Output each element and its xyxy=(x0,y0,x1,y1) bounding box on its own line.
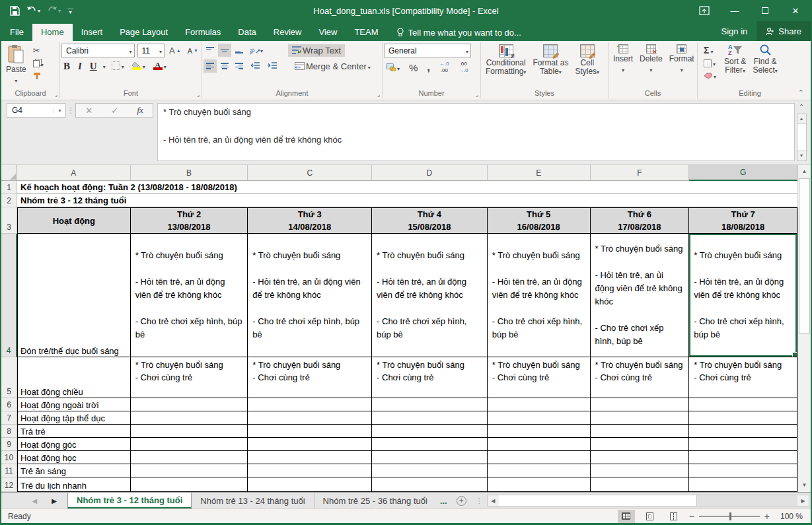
cell-g6[interactable] xyxy=(689,398,797,411)
cell-f7[interactable] xyxy=(591,411,690,425)
normal-view-button[interactable] xyxy=(618,510,635,523)
tab-view[interactable]: View xyxy=(310,24,346,41)
cell-a8[interactable]: Trả trẻ xyxy=(17,425,131,438)
cell-d11[interactable] xyxy=(372,464,488,477)
cell-d10[interactable] xyxy=(372,451,488,464)
underline-dropdown-icon[interactable] xyxy=(103,61,106,71)
cell-c10[interactable] xyxy=(248,451,372,464)
tab-team[interactable]: TEAM xyxy=(346,24,387,41)
wrap-text-button[interactable]: Wrap Text xyxy=(288,44,345,57)
autosum-button[interactable]: Σ xyxy=(702,44,718,56)
cell-d5[interactable]: * Trò chuyện buổi sáng - Chơi cùng trẻ xyxy=(372,357,488,398)
column-header-a[interactable]: A xyxy=(17,165,131,181)
sheet-nav-right-icon[interactable]: ▶ xyxy=(52,497,57,505)
sign-in-link[interactable]: Sign in xyxy=(712,26,757,36)
cell-c4[interactable]: * Trò chuyện buổi sáng - Hỏi tên trẻ, an… xyxy=(248,234,372,357)
underline-button[interactable]: U xyxy=(88,61,99,71)
row-header-3[interactable]: 3 xyxy=(1,207,17,234)
cell-f3[interactable]: Thứ 617/08/2018 xyxy=(591,207,690,234)
paste-dropdown-icon[interactable] xyxy=(15,75,17,85)
borders-button[interactable] xyxy=(110,60,126,71)
tab-file[interactable]: File xyxy=(1,24,32,41)
merge-center-button[interactable]: Merge & Center xyxy=(292,60,373,73)
column-header-g-selected[interactable]: G xyxy=(689,165,797,181)
share-button[interactable]: Share xyxy=(757,21,811,41)
cell-a1-title[interactable]: Kế hoạch hoạt động: Tuần 2 (13/08/2018 -… xyxy=(17,181,797,194)
clear-button[interactable] xyxy=(702,70,718,81)
formula-bar-scrollbar[interactable]: ▲ ▼ xyxy=(797,114,807,161)
cell-c5[interactable]: * Trò chuyện buổi sáng - Chơi cùng trẻ xyxy=(248,357,372,398)
cell-e6[interactable] xyxy=(488,398,591,411)
cell-b12[interactable] xyxy=(131,477,248,492)
cell-e10[interactable] xyxy=(488,451,591,464)
cell-a12[interactable]: Trẻ du lịch nhanh xyxy=(17,477,131,492)
cell-e11[interactable] xyxy=(488,464,591,477)
font-dialog-launcher-icon[interactable]: ⌟ xyxy=(197,90,200,100)
decrease-font-size-button[interactable]: A▼ xyxy=(186,46,200,55)
sheet-tab-2[interactable]: Nhóm trẻ 13 - 24 tháng tuổi xyxy=(192,493,314,508)
formula-input[interactable]: * Trò chuyện buổi sáng - Hỏi tên trẻ, an… xyxy=(157,103,795,161)
new-sheet-button[interactable]: + xyxy=(451,493,472,508)
maximize-button[interactable] xyxy=(750,0,780,21)
number-dialog-launcher-icon[interactable]: ⌟ xyxy=(476,90,478,100)
column-header-c[interactable]: C xyxy=(248,165,372,181)
delete-cells-button[interactable]: ✕ Delete xyxy=(636,42,666,88)
cell-b8[interactable] xyxy=(131,425,248,438)
align-right-button[interactable] xyxy=(233,59,246,73)
cell-e4[interactable]: * Trò chuyện buổi sáng - Hỏi tên trẻ, an… xyxy=(488,234,591,357)
clipboard-dialog-launcher-icon[interactable]: ⌟ xyxy=(55,90,57,100)
column-header-b[interactable]: B xyxy=(131,165,248,181)
sort-filter-button[interactable]: AZ Sort &Filter xyxy=(721,42,749,88)
zoom-in-button[interactable]: + xyxy=(764,513,770,520)
fill-button[interactable]: ↓ xyxy=(702,57,718,69)
cell-e12[interactable] xyxy=(488,477,591,492)
cell-f8[interactable] xyxy=(591,425,690,438)
cell-a2-subtitle[interactable]: Nhóm trẻ 3 - 12 tháng tuổi xyxy=(17,194,797,207)
column-header-d[interactable]: D xyxy=(372,165,488,181)
redo-dropdown-icon[interactable]: ▾ xyxy=(58,8,61,14)
tab-insert[interactable]: Insert xyxy=(73,24,112,41)
scroll-up-icon[interactable]: ▲ xyxy=(797,114,806,123)
cell-g3[interactable]: Thứ 718/08/2018 xyxy=(689,207,797,234)
cell-e8[interactable] xyxy=(488,425,591,438)
zoom-slider[interactable] xyxy=(699,516,760,517)
collapse-formula-bar-icon[interactable]: ⌃ xyxy=(799,103,804,114)
cell-a7[interactable]: Hoạt động tập thể dục xyxy=(17,411,131,425)
tab-page-layout[interactable]: Page Layout xyxy=(111,24,176,41)
redo-button[interactable]: ▾ xyxy=(45,5,63,17)
row-header-4-selected[interactable]: 4 xyxy=(1,234,17,357)
conditional-formatting-button[interactable]: ≠ ConditionalFormatting xyxy=(482,42,529,88)
minimize-button[interactable]: — xyxy=(720,0,750,21)
accounting-format-button[interactable] xyxy=(384,62,402,73)
row-header-6[interactable]: 6 xyxy=(1,398,17,411)
enter-icon[interactable]: ✓ xyxy=(111,106,118,116)
cell-c11[interactable] xyxy=(248,464,372,477)
cancel-icon[interactable]: ✕ xyxy=(85,106,92,116)
horizontal-scrollbar-thumb[interactable] xyxy=(499,495,697,506)
row-header-8[interactable]: 8 xyxy=(1,425,17,438)
cell-f9[interactable] xyxy=(591,438,690,451)
scroll-right-icon[interactable]: ▶ xyxy=(797,495,809,506)
cell-d8[interactable] xyxy=(372,425,488,438)
cell-b6[interactable] xyxy=(131,398,248,411)
decrease-indent-button[interactable] xyxy=(247,59,263,73)
cell-b7[interactable] xyxy=(131,411,248,425)
zoom-level[interactable]: 100 % xyxy=(776,512,803,521)
cell-g7[interactable] xyxy=(689,411,797,425)
font-color-button[interactable]: A xyxy=(151,60,168,71)
cell-d6[interactable] xyxy=(372,398,488,411)
row-header-7[interactable]: 7 xyxy=(1,411,17,425)
tab-review[interactable]: Review xyxy=(265,24,311,41)
sheet-tab-3[interactable]: Nhóm trẻ 25 - 36 tháng tuổi xyxy=(314,493,436,508)
bottom-align-button[interactable] xyxy=(233,44,246,57)
cell-e7[interactable] xyxy=(488,411,591,425)
insert-cells-button[interactable]: ← Insert xyxy=(610,42,636,88)
column-header-e[interactable]: E xyxy=(488,165,591,181)
row-header-9[interactable]: 9 xyxy=(1,438,17,451)
cell-f5[interactable]: * Trò chuyện buổi sáng - Chơi cùng trẻ xyxy=(591,357,690,398)
scroll-down-icon[interactable]: ▼ xyxy=(797,151,806,160)
tell-me-box[interactable]: Tell me what you want to do... xyxy=(396,24,521,41)
cell-c9[interactable] xyxy=(248,438,372,451)
middle-align-button[interactable] xyxy=(218,44,231,57)
cell-a10[interactable]: Hoạt động học xyxy=(17,451,131,464)
